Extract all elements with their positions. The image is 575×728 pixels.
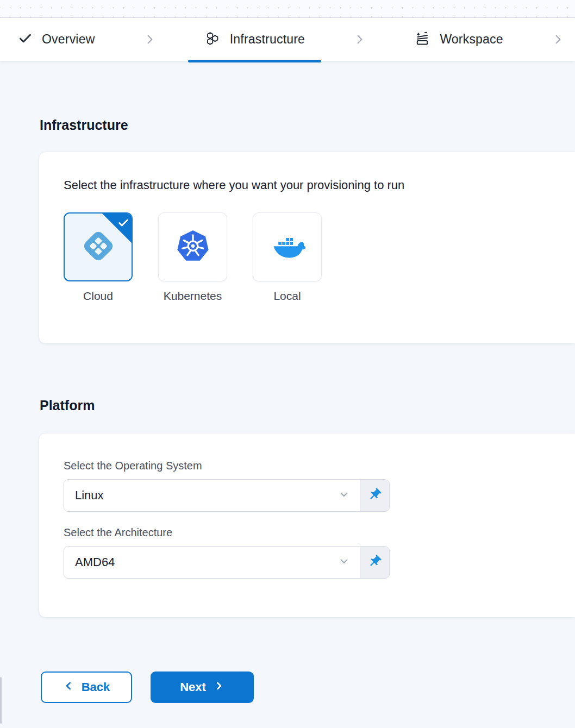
dotted-header-strip	[0, 0, 575, 18]
platform-section-title: Platform	[40, 398, 575, 413]
platform-card: Select the Operating System Linux Select…	[39, 434, 575, 617]
local-tile-label: Local	[273, 290, 301, 303]
chevron-left-icon	[63, 680, 74, 695]
local-tile[interactable]	[253, 212, 322, 281]
cloud-tile[interactable]	[64, 212, 133, 281]
step-overview[interactable]: Overview	[18, 18, 111, 61]
wizard-stepper: Overview Infrastructure	[0, 18, 575, 61]
cloud-provider-icon	[78, 226, 118, 268]
chevron-right-icon	[353, 33, 366, 46]
next-button[interactable]: Next	[151, 671, 254, 703]
os-select-group: Linux	[64, 479, 390, 512]
arch-field-label: Select the Architecture	[64, 526, 553, 539]
os-pin-button[interactable]	[360, 480, 389, 511]
wizard-footer: Back Next	[41, 671, 575, 703]
chevron-right-icon	[213, 680, 224, 695]
next-button-label: Next	[180, 680, 206, 694]
back-button[interactable]: Back	[41, 671, 132, 703]
step-overview-label: Overview	[42, 32, 95, 47]
kubernetes-icon	[174, 228, 211, 267]
step-infrastructure-label: Infrastructure	[230, 32, 305, 47]
chevron-down-icon	[338, 555, 350, 569]
infrastructure-options: Cloud	[64, 212, 553, 303]
check-icon	[18, 31, 33, 48]
step-workspace-label: Workspace	[440, 32, 503, 47]
os-select-value: Linux	[75, 488, 104, 503]
os-select[interactable]: Linux	[64, 480, 360, 511]
pushpin-icon	[367, 554, 382, 571]
infrastructure-prompt: Select the infrastructure where you want…	[64, 178, 553, 192]
cloud-tile-label: Cloud	[83, 290, 113, 303]
arch-select-group: AMD64	[64, 546, 390, 579]
infrastructure-card: Select the infrastructure where you want…	[39, 152, 575, 343]
docker-icon	[270, 228, 305, 266]
chevron-right-icon	[552, 33, 564, 46]
arch-select[interactable]: AMD64	[64, 547, 360, 578]
arch-select-value: AMD64	[75, 555, 115, 569]
chevron-right-icon	[143, 33, 156, 46]
hexagons-icon	[204, 30, 221, 49]
option-kubernetes: Kubernetes	[158, 212, 227, 303]
step-infrastructure[interactable]: Infrastructure	[188, 18, 321, 61]
kubernetes-tile[interactable]	[158, 212, 227, 281]
pushpin-icon	[367, 487, 382, 504]
option-cloud: Cloud	[64, 212, 133, 303]
chevron-down-icon	[338, 488, 350, 503]
arch-pin-button[interactable]	[360, 547, 389, 578]
stack-icon	[414, 30, 430, 49]
os-field-label: Select the Operating System	[64, 460, 553, 472]
kubernetes-tile-label: Kubernetes	[164, 290, 222, 303]
back-button-label: Back	[82, 680, 110, 694]
check-icon	[117, 217, 129, 229]
option-local: Local	[253, 212, 322, 303]
step-workspace[interactable]: Workspace	[398, 18, 519, 61]
infrastructure-section-title: Infrastructure	[40, 117, 575, 133]
left-scrollbar-thumb[interactable]	[0, 677, 2, 724]
